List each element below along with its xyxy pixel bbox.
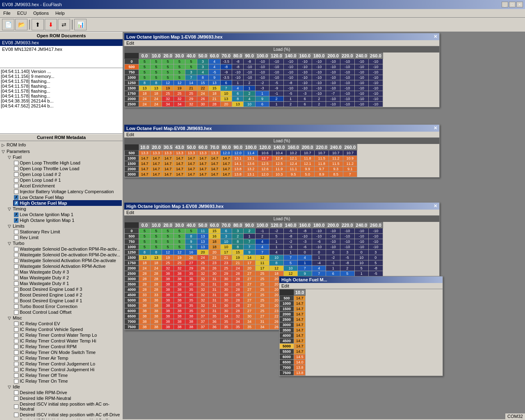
tree-item-hoign[interactable]: ✗ High Octane Ignition Map 1 — [13, 217, 122, 223]
tree-item-wgact1[interactable]: Wastegate Solenoid Activation RPM-De-act… — [13, 258, 122, 263]
tree-item-loign[interactable]: ✗ Low Octane Ignition Map 1 — [13, 212, 122, 217]
cb-icrcs[interactable] — [14, 327, 18, 332]
hoign-row-1750[interactable]: 17501818252527252323211711851-4-1-8105 — [125, 260, 383, 266]
loign-row-1000[interactable]: 1000 5555789-3.5-10-10-10-10-10-10-10-10… — [125, 75, 383, 80]
tree-item-wgdeact2[interactable]: Wastegate Solenoid De-activation RPM-De-… — [13, 252, 122, 258]
tree-item-iscv-acoff-n[interactable]: Desired ISCV initial step position with … — [13, 418, 122, 419]
hofuel-row-6000[interactable]: 600014.5 — [280, 354, 306, 360]
menu-ecu[interactable]: ECU — [14, 10, 30, 16]
hoign-row-1500[interactable]: 1500131319192624232119141210741-2-5100 — [125, 255, 383, 260]
tree-timing-header[interactable]: ▽ Timing — [7, 206, 122, 212]
hofuel-row-3000[interactable]: 300014.7 — [280, 322, 306, 328]
tree-item-boosterr[interactable]: Turbo Boost Error Correction — [13, 304, 122, 309]
cb-icrtjlo[interactable] — [14, 362, 18, 366]
checkbox-hoign[interactable]: ✗ — [14, 218, 18, 223]
new-button[interactable]: 📄 — [2, 19, 14, 30]
tree-limits-header[interactable]: ▽ Limits — [7, 223, 122, 229]
cb-boosterr[interactable] — [14, 304, 18, 309]
cb-icrtrpm[interactable] — [14, 345, 18, 349]
loign-row-0[interactable]: 0 5555534-3.5-8-8-10-10-10-10-10-10-10-1… — [125, 59, 383, 64]
loign-row-1500[interactable]: 1500 13131919212215741-3-9-10-10-10-10-1… — [125, 86, 383, 91]
tree-item-bdel3[interactable]: Boost Desired Engine Load # 3 — [13, 286, 122, 292]
hoign-edit[interactable]: Edit — [126, 210, 134, 215]
checkbox-olthl[interactable] — [14, 161, 18, 165]
hofuel-row-7000[interactable]: 700013.8 — [280, 365, 306, 370]
cb-icrtmode[interactable] — [14, 350, 18, 355]
hofuel-row-4500[interactable]: 450014.7 — [280, 338, 306, 344]
tree-item-icrtjhi[interactable]: IC Relay Timer Control Judgement Hi — [13, 367, 122, 372]
lofuel-row-2000[interactable]: 200014.714.714.714.714.714.714.714.713.8… — [125, 167, 357, 172]
hoign-row-0[interactable]: 0555551115632-1-2-5-8-10-10-10-10-10 — [125, 228, 383, 234]
checkbox-oll1[interactable] — [14, 178, 18, 183]
tree-item-wgdeact1[interactable]: Wastegate Solenoid De-activation RPM-Re-… — [13, 246, 122, 252]
tree-item-icrtrpm[interactable]: IC Relay Timer Control RPM — [13, 344, 122, 349]
cb-wgact1[interactable] — [14, 258, 18, 263]
lofuel-close[interactable]: ✕ — [434, 126, 437, 131]
hofuel-row-6500[interactable]: 650014.0 — [280, 360, 306, 365]
tree-item-icrton[interactable]: IC Relay Timer On Time — [13, 378, 122, 384]
cb-boostload[interactable] — [14, 310, 18, 315]
hoign-row-2500[interactable]: 25002828383835323029282725181297651-5 — [125, 271, 383, 276]
hoign-row-750[interactable]: 750555591318108741-2-3-6-10-10-10-10 — [125, 239, 383, 244]
checkbox-oll2[interactable] — [14, 172, 18, 177]
loign-row-500[interactable]: 500 5555534-8-8-10-10-10-10-10-10-10-10-… — [125, 64, 383, 70]
menu-options[interactable]: Options — [30, 10, 52, 16]
lofuel-row-3000[interactable]: 300014.714.714.714.714.714.714.714.713.8… — [125, 172, 357, 177]
checkbox-statrev[interactable] — [14, 230, 18, 234]
cb-icrtjhi[interactable] — [14, 368, 18, 372]
tree-item-maxwg1[interactable]: Max Wastegate Duty # 1 — [13, 281, 122, 286]
hofuel-row-7500[interactable]: 750013.8 — [280, 370, 306, 376]
lofuel-table-container[interactable]: Load (%) 10.020.030.543.050.060.070.080.… — [124, 138, 439, 177]
cb-icrton[interactable] — [14, 379, 18, 383]
loign-row-2000[interactable]: 2000 24243232292621138492162-10-10-10-10 — [125, 96, 383, 102]
close-button[interactable]: × — [516, 2, 523, 7]
hofuel-row-5000[interactable]: 500014.7 — [280, 344, 306, 349]
tree-item-icrcs[interactable]: IC Relay Control Vehicle Speed — [13, 326, 122, 332]
tree-item-boostload[interactable]: Boost Control Load Offset — [13, 309, 122, 315]
tree-item-idlerpm-n[interactable]: Desired Idle RPM-Neutral — [13, 395, 122, 401]
tree-item-oltll[interactable]: Open Loop Throttle Low Load — [13, 166, 122, 171]
tree-item-revlim[interactable]: Rev Limit — [13, 235, 122, 240]
hofuel-row-500[interactable]: 50014.7 — [280, 296, 306, 301]
tree-turbo-header[interactable]: ▽ Turbo — [7, 240, 122, 246]
tree-item-icrtwtlo[interactable]: IC Relay Timer Control Water Temp Lo — [13, 332, 122, 338]
tree-item-injbat[interactable]: Injector Battery Voltage Latency Compens… — [13, 189, 122, 194]
cb-icrtat[interactable] — [14, 356, 18, 361]
tree-item-idlerpm-d[interactable]: Desired Idle RPM-Drive — [13, 390, 122, 395]
loign-row-750[interactable]: 750 555534-5-9-10-10-10-10-10-10-10-10-1… — [125, 70, 383, 75]
cb-bdel2[interactable] — [14, 293, 18, 297]
tree-item-hofuel[interactable]: ✗ High Octane Fuel Map — [13, 200, 122, 206]
hofuel-row-5500[interactable]: 550014.7 — [280, 349, 306, 354]
tree-item-iscv-acoff-d[interactable]: Desired ISCV initial step position with … — [13, 412, 122, 418]
open-button[interactable]: 📂 — [15, 19, 27, 30]
lofuel-edit[interactable]: Edit — [126, 132, 134, 137]
menu-help[interactable]: Help — [52, 10, 68, 16]
cb-wgact2[interactable] — [14, 264, 18, 269]
cb-idlerpm-d[interactable] — [14, 390, 18, 395]
log-button[interactable]: 📊 — [74, 19, 87, 30]
lofuel-title-bar[interactable]: Low Octane Fuel Map-EV08 JM9693.hex ✕ — [124, 125, 439, 132]
loign-row-2500[interactable]: 2500 2424343432302820131061262-10-10-10-… — [125, 102, 383, 107]
rom-list[interactable]: EV08 JM9693.hex EV08 MN132874 JM9417.hex — [0, 39, 123, 68]
tree-params-header[interactable]: ▽ Parameters — [1, 148, 122, 154]
cb-icrtoff[interactable] — [14, 373, 18, 378]
menu-file[interactable]: File — [0, 10, 14, 16]
loign-title-bar[interactable]: Low Octane Ignition Map 1-EV08 JM9693.he… — [124, 33, 439, 40]
checkbox-revlim[interactable] — [14, 235, 18, 240]
lofuel-row-1000[interactable]: 100014.714.714.714.714.714.714.714.713.1… — [125, 156, 357, 161]
checkbox-oltll[interactable] — [14, 167, 18, 171]
cb-maxwg3[interactable] — [14, 270, 18, 274]
cb-maxwg2[interactable] — [14, 276, 18, 280]
hoign-title-bar[interactable]: High Octane Ignition Map 1-EV08 JM9693.h… — [124, 203, 439, 210]
upload-button[interactable]: ⬆ — [32, 19, 44, 30]
tree-item-icrtjlo[interactable]: IC Relay Timer Control Judgement Lo — [13, 361, 122, 367]
lofuel-row-1500[interactable]: 150014.714.714.714.714.714.714.714.714.1… — [125, 161, 357, 167]
loign-table-container[interactable]: Load (%) 0.0 10.0 20.0 30.0 40.0 50.0 60… — [124, 46, 439, 107]
rom-item-0[interactable]: EV08 JM9693.hex — [0, 39, 123, 46]
tree-fuel-header[interactable]: ▽ Fuel — [7, 154, 122, 160]
cb-idlerpm-n[interactable] — [14, 396, 18, 401]
hofuel-row-4000[interactable]: 400014.7 — [280, 333, 306, 338]
loign-row-1750[interactable]: 1750 1818252525241810621-1-5-3-10-7-10-1… — [125, 91, 383, 96]
hoign-row-2000[interactable]: 20002424323229262625242017121074125-8 — [125, 266, 383, 271]
loign-edit[interactable]: Edit — [126, 41, 134, 46]
